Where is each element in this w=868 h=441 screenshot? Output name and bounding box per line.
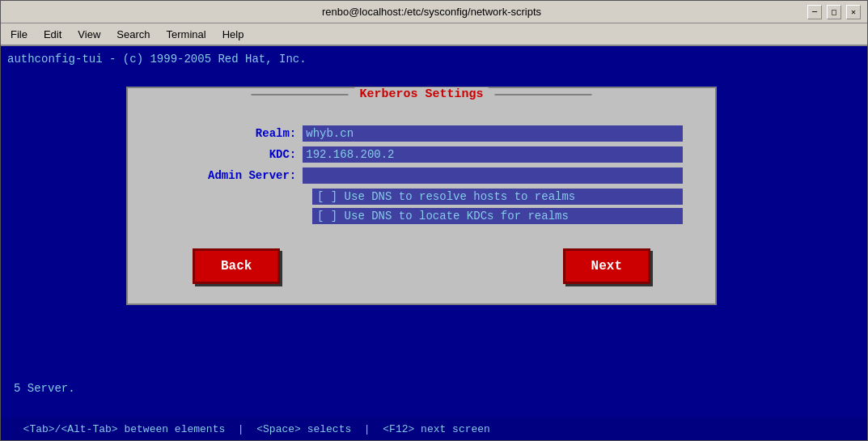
menu-bar: File Edit View Search Terminal Help <box>1 23 867 46</box>
menu-view[interactable]: View <box>71 27 107 42</box>
kdc-label: KDC: <box>160 148 303 161</box>
terminal-bottom-text: 5 Server. <box>7 379 75 395</box>
maximize-button[interactable]: □ <box>827 5 841 19</box>
realm-row: Realm: <box>160 125 683 142</box>
kerberos-dialog: Kerberos Settings Realm: KDC: Admin Serv… <box>126 87 717 305</box>
kdc-input[interactable] <box>303 146 683 163</box>
close-button[interactable]: ✕ <box>846 5 861 19</box>
dialog-title-bar: Kerberos Settings <box>251 87 591 101</box>
realm-label: Realm: <box>160 127 303 140</box>
dialog-content: Realm: KDC: Admin Server: [ ] Use DNS to… <box>144 117 699 235</box>
menu-help[interactable]: Help <box>216 27 251 42</box>
admin-input[interactable] <box>303 167 683 184</box>
admin-row: Admin Server: <box>160 167 683 184</box>
dns-kdcs-label[interactable]: [ ] Use DNS to locate KDCs for realms <box>312 208 683 224</box>
title-line-left <box>251 94 348 95</box>
menu-edit[interactable]: Edit <box>37 27 68 42</box>
title-line-right <box>495 94 592 95</box>
back-button[interactable]: Back <box>193 248 280 284</box>
status-text: <Tab>/<Alt-Tab> between elements | <Spac… <box>11 423 490 435</box>
terminal-window: renbo@localhost:/etc/sysconfig/network-s… <box>0 0 868 441</box>
dns-kdcs-row: [ ] Use DNS to locate KDCs for realms <box>312 208 683 224</box>
status-bar: <Tab>/<Alt-Tab> between elements | <Spac… <box>1 418 867 440</box>
realm-input[interactable] <box>303 125 683 142</box>
terminal-top-text: authconfig-tui - (c) 1999-2005 Red Hat, … <box>1 46 867 66</box>
dialog-title: Kerberos Settings <box>354 87 488 101</box>
dns-hosts-row: [ ] Use DNS to resolve hosts to realms <box>312 189 683 205</box>
terminal-area: authconfig-tui - (c) 1999-2005 Red Hat, … <box>1 46 867 418</box>
window-title: renbo@localhost:/etc/sysconfig/network-s… <box>56 6 807 18</box>
next-button-wrapper: Next <box>563 248 650 284</box>
dialog-buttons: Back Next <box>144 235 699 287</box>
dns-hosts-label[interactable]: [ ] Use DNS to resolve hosts to realms <box>312 189 683 205</box>
kdc-row: KDC: <box>160 146 683 163</box>
menu-terminal[interactable]: Terminal <box>160 27 213 42</box>
admin-label: Admin Server: <box>160 169 303 182</box>
menu-search[interactable]: Search <box>110 27 156 42</box>
back-button-wrapper: Back <box>193 248 280 284</box>
title-bar: renbo@localhost:/etc/sysconfig/network-s… <box>1 1 867 23</box>
menu-file[interactable]: File <box>4 27 34 42</box>
window-controls: ─ □ ✕ <box>807 5 861 19</box>
next-button[interactable]: Next <box>563 248 650 284</box>
minimize-button[interactable]: ─ <box>807 5 822 19</box>
